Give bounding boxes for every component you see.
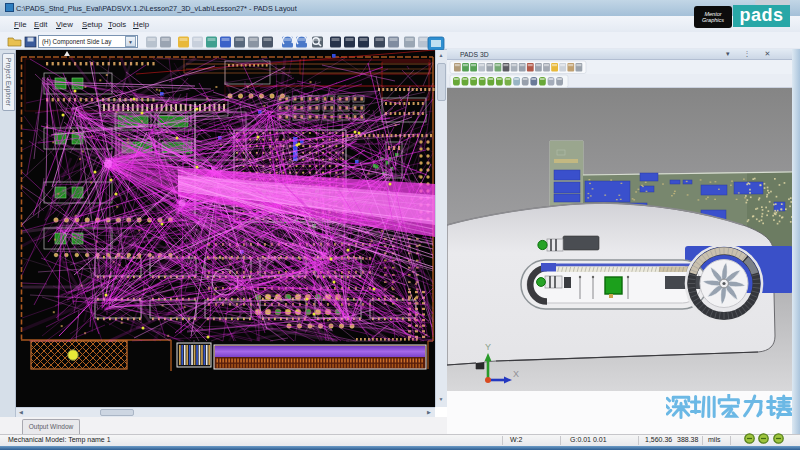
- svg-text:X: X: [513, 369, 519, 379]
- svg-text:Y: Y: [485, 342, 491, 352]
